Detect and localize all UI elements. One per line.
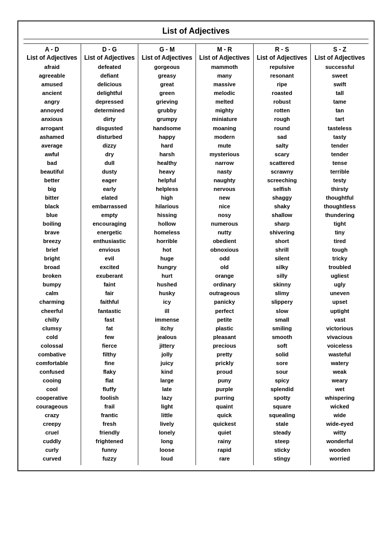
list-item: slow bbox=[276, 307, 288, 316]
list-item: watery bbox=[331, 359, 349, 368]
list-item: nasty bbox=[217, 167, 232, 176]
list-item: mute bbox=[218, 141, 231, 150]
list-item: encouraging bbox=[92, 220, 126, 228]
list-item: charming bbox=[39, 298, 65, 306]
list-item: tender bbox=[331, 141, 349, 150]
list-item: determined bbox=[94, 106, 125, 115]
list-item: ancient bbox=[42, 89, 62, 98]
list-item: silky bbox=[276, 263, 288, 272]
list-item: screeching bbox=[267, 176, 297, 185]
list-item: quickest bbox=[213, 420, 236, 428]
list-item: victorious bbox=[326, 324, 353, 333]
list-item: disgusted bbox=[96, 124, 123, 133]
list-item: voiceless bbox=[327, 342, 353, 350]
list-item: wasteful bbox=[329, 350, 351, 359]
list-item: fast bbox=[105, 316, 115, 324]
list-item: sharp bbox=[275, 220, 290, 228]
list-item: salty bbox=[276, 141, 288, 150]
column-0: A - D List of Adjectivesafraidagreeablea… bbox=[23, 44, 81, 465]
list-item: amused bbox=[41, 80, 63, 89]
list-item: thoughtful bbox=[326, 194, 353, 202]
list-item: embarrassed bbox=[92, 202, 127, 211]
list-item: steep bbox=[275, 437, 289, 446]
list-item: gorgeous bbox=[154, 63, 180, 71]
list-item: itchy bbox=[160, 324, 174, 333]
list-item: average bbox=[41, 141, 63, 150]
list-item: rough bbox=[274, 115, 290, 124]
list-item: fuzzy bbox=[103, 454, 117, 463]
list-item: tricky bbox=[332, 254, 347, 263]
list-item: shivering bbox=[270, 228, 295, 237]
list-item: energetic bbox=[97, 228, 122, 237]
list-item: breezy bbox=[43, 237, 61, 246]
list-item: icy bbox=[163, 298, 171, 306]
list-item: many bbox=[217, 71, 232, 80]
list-item: hollow bbox=[158, 220, 176, 228]
list-item: delicious bbox=[97, 80, 122, 89]
list-item: lively bbox=[160, 420, 174, 428]
list-item: sore bbox=[276, 359, 288, 368]
list-item: nutty bbox=[217, 228, 231, 237]
list-item: robust bbox=[273, 98, 290, 106]
list-item: miniature bbox=[212, 115, 237, 124]
list-item: rare bbox=[219, 454, 230, 463]
list-item: small bbox=[275, 316, 289, 324]
list-item: cooing bbox=[43, 376, 61, 385]
list-item: ashamed bbox=[40, 133, 64, 141]
list-item: little bbox=[161, 411, 173, 420]
list-item: late bbox=[162, 385, 172, 394]
list-item: delightful bbox=[97, 89, 122, 98]
list-item: stingy bbox=[274, 454, 290, 463]
list-item: soft bbox=[277, 342, 287, 350]
list-item: tasteless bbox=[328, 124, 352, 133]
list-item: foolish bbox=[100, 394, 118, 402]
list-item: petite bbox=[217, 316, 232, 324]
list-item: fat bbox=[106, 324, 113, 333]
list-item: anxious bbox=[41, 115, 63, 124]
list-item: frail bbox=[104, 402, 114, 411]
list-item: tame bbox=[333, 98, 347, 106]
list-item: sweet bbox=[332, 71, 348, 80]
list-item: shallow bbox=[272, 211, 292, 220]
list-item: terrible bbox=[330, 167, 349, 176]
list-item: hurt bbox=[161, 272, 172, 280]
list-item: stale bbox=[276, 420, 288, 428]
list-item: thirsty bbox=[331, 185, 349, 194]
list-item: evil bbox=[105, 254, 114, 263]
list-item: chilly bbox=[45, 316, 59, 324]
list-item: friendly bbox=[100, 428, 120, 437]
list-item: early bbox=[103, 185, 116, 194]
list-item: whispering bbox=[325, 394, 355, 402]
list-item: courageous bbox=[36, 402, 68, 411]
list-item: broad bbox=[44, 263, 60, 272]
col-header-4: R - S List of Adjectives bbox=[257, 46, 307, 62]
list-item: comfortable bbox=[36, 359, 68, 368]
list-item: hungry bbox=[158, 263, 177, 272]
list-item: lazy bbox=[162, 394, 173, 402]
list-item: upset bbox=[332, 298, 347, 306]
list-item: fine bbox=[105, 359, 115, 368]
list-item: wide bbox=[333, 411, 346, 420]
list-item: proud bbox=[216, 368, 232, 376]
adjectives-grid: A - D List of Adjectivesafraidagreeablea… bbox=[23, 43, 369, 465]
list-item: spotty bbox=[274, 394, 290, 402]
list-item: fresh bbox=[103, 420, 116, 428]
column-2: G - M List of Adjectivesgorgeousgreasygr… bbox=[138, 44, 196, 465]
list-item: testy bbox=[333, 176, 347, 185]
list-item: enthusiastic bbox=[93, 237, 126, 246]
list-item: handsome bbox=[153, 124, 181, 133]
list-item: wonderful bbox=[326, 437, 353, 446]
list-item: cheerful bbox=[41, 307, 63, 316]
list-item: cold bbox=[46, 333, 58, 342]
list-item: worried bbox=[330, 454, 350, 463]
list-item: defiant bbox=[100, 71, 118, 80]
list-item: obedient bbox=[213, 237, 236, 246]
list-item: faithful bbox=[100, 298, 119, 306]
list-item: beautiful bbox=[40, 167, 64, 176]
list-item: clumsy bbox=[42, 324, 62, 333]
col-header-5: S - Z List of Adjectives bbox=[314, 46, 365, 62]
list-item: swift bbox=[333, 80, 346, 89]
list-item: ordinary bbox=[213, 280, 236, 289]
list-item: uneven bbox=[330, 289, 350, 298]
list-item: kind bbox=[161, 368, 173, 376]
